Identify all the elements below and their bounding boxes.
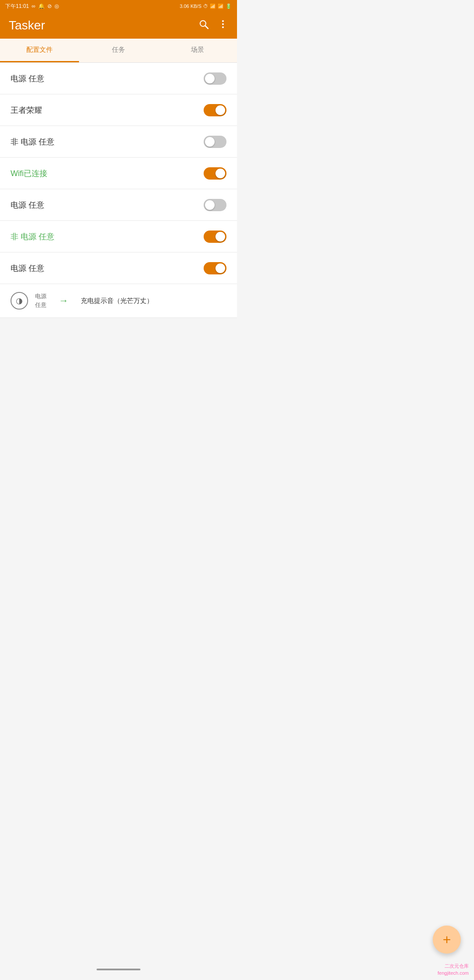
list-item[interactable]: 电源 任意 — [0, 252, 237, 284]
toggle-knob-6 — [215, 232, 225, 241]
toggle-knob-7 — [215, 263, 225, 273]
svg-point-3 — [222, 23, 224, 25]
toggle-7[interactable] — [204, 262, 226, 274]
profile-detail-icon: ◑ — [11, 292, 28, 310]
profile-detail-row[interactable]: ◑ 电源 任意 → 充电提示音（光芒万丈） — [0, 284, 237, 318]
list-item[interactable]: Wifi已连接 — [0, 158, 237, 189]
profile-list: 电源 任意 王者荣耀 非 电源 任意 Wifi已连接 电源 任意 非 电源 任意 — [0, 63, 237, 318]
toggle-1[interactable] — [204, 72, 226, 85]
profile-detail-name: 电源 — [35, 292, 47, 300]
app-bar: Tasker — [0, 12, 237, 39]
toggle-knob-4 — [215, 169, 225, 178]
status-right: 3.06 KB/S ⏱ 📶 📶 🔋 — [180, 4, 232, 9]
arrow-icon: → — [59, 295, 68, 306]
tab-profiles[interactable]: 配置文件 — [0, 39, 79, 62]
profile-name: 电源 任意 — [11, 73, 44, 84]
toggle-4[interactable] — [204, 167, 226, 180]
toggle-knob-2 — [215, 105, 225, 115]
svg-point-4 — [222, 26, 224, 28]
app-bar-icons — [198, 19, 228, 32]
app-title: Tasker — [9, 18, 45, 32]
clock-icon: ⏱ — [203, 4, 208, 9]
profile-name: 非 电源 任意 — [11, 137, 54, 147]
toggle-knob-1 — [205, 74, 215, 83]
status-dnd-icon: ⊘ — [47, 3, 52, 9]
profile-name: 电源 任意 — [11, 263, 44, 274]
status-time: 下午11:01 — [5, 3, 29, 10]
tab-tasks[interactable]: 任务 — [79, 39, 158, 62]
status-notification-icon: 🔔 — [38, 3, 45, 9]
list-item[interactable]: 非 电源 任意 — [0, 126, 237, 158]
network-speed: 3.06 KB/S — [180, 4, 201, 9]
svg-point-2 — [222, 20, 224, 22]
status-infinity-icon: ∞ — [32, 3, 36, 9]
wifi-icon: 📶 — [210, 4, 216, 9]
svg-line-1 — [205, 26, 208, 29]
battery-icon: 🔋 — [226, 4, 232, 9]
profile-name: Wifi已连接 — [11, 168, 47, 179]
status-left: 下午11:01 ∞ 🔔 ⊘ ◎ — [5, 3, 59, 10]
profile-task: 充电提示音（光芒万丈） — [81, 297, 153, 305]
profile-name: 非 电源 任意 — [11, 231, 54, 242]
profile-detail-text: 电源 任意 — [35, 292, 47, 309]
status-bar: 下午11:01 ∞ 🔔 ⊘ ◎ 3.06 KB/S ⏱ 📶 📶 🔋 — [0, 0, 237, 12]
toggle-2[interactable] — [204, 104, 226, 116]
profile-detail-sub: 任意 — [35, 301, 47, 309]
list-item[interactable]: 非 电源 任意 — [0, 221, 237, 252]
tab-scenes[interactable]: 场景 — [158, 39, 237, 62]
tabs: 配置文件 任务 场景 — [0, 39, 237, 63]
toggle-5[interactable] — [204, 199, 226, 211]
signal-icon: 📶 — [218, 4, 224, 9]
profile-name: 电源 任意 — [11, 200, 44, 210]
list-item[interactable]: 电源 任意 — [0, 189, 237, 221]
search-button[interactable] — [198, 19, 209, 32]
profile-name: 王者荣耀 — [11, 105, 42, 115]
toggle-knob-3 — [205, 137, 215, 147]
toggle-6[interactable] — [204, 231, 226, 243]
toggle-knob-5 — [205, 200, 215, 210]
status-location-icon: ◎ — [54, 3, 59, 9]
more-menu-button[interactable] — [218, 19, 228, 32]
list-item[interactable]: 王者荣耀 — [0, 94, 237, 126]
toggle-3[interactable] — [204, 136, 226, 148]
list-item[interactable]: 电源 任意 — [0, 63, 237, 94]
